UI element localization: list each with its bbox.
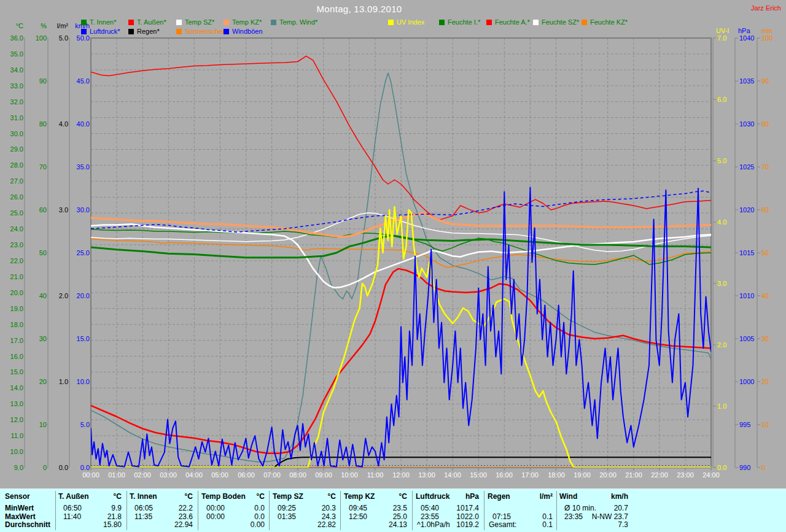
x-tick-label: 06:00 — [233, 471, 260, 479]
legend-item-windb-en[interactable]: Windböen — [224, 28, 263, 35]
avg-value: 22.82 — [299, 521, 336, 529]
kmh-tick-label: 0.0 — [64, 464, 90, 471]
celsius-tick-label: 32.0 — [0, 98, 23, 106]
celsius-tick-label: 29.0 — [0, 145, 23, 153]
min-tick-label: 50 — [761, 249, 769, 256]
uv-tick-label: 6.0 — [717, 96, 726, 103]
legend-label: T. Innen* — [90, 18, 116, 26]
min-time: 06:50 — [63, 504, 82, 512]
legend-label: Feuchte SZ* — [542, 18, 579, 26]
celsius-tick-label: 33.0 — [0, 82, 23, 90]
celsius-tick-label: 11.0 — [0, 432, 23, 439]
percent-tick-label: 90 — [21, 77, 47, 85]
min-time: 06:05 — [134, 504, 153, 512]
legend-item-luftdruck[interactable]: Luftdruck* — [81, 28, 120, 35]
avg-label: Gesamt: — [489, 521, 516, 529]
min-tick-label: 10 — [761, 421, 769, 428]
uv-tick-label: 4.0 — [717, 218, 726, 226]
celsius-tick-label: 31.0 — [0, 114, 23, 121]
celsius-tick-label: 16.0 — [0, 353, 23, 360]
legend-swatch-temp-wind — [271, 20, 276, 25]
avg-value: 7.3 — [591, 521, 628, 529]
kmh-tick-label: 5.0 — [64, 421, 90, 428]
table-col-luftdruck-unit: hPa — [448, 493, 479, 501]
celsius-tick-label: 25.0 — [0, 209, 23, 217]
min-tick-label: 30 — [761, 335, 769, 342]
legend-label: Feuchte I.* — [448, 18, 480, 26]
weather-chart-app: Montag, 13.09.2010 Jarz Erich °C%l/m²km/… — [0, 0, 786, 532]
table-col-t-innen-unit: °C — [162, 493, 193, 501]
table-separator — [198, 491, 198, 530]
hpa-tick-label: 1010 — [739, 292, 754, 299]
min-value: 22.2 — [156, 504, 193, 512]
legend-label: UV Index — [397, 18, 424, 26]
min-axis-header: min — [761, 27, 786, 34]
min-tick-label: 60 — [761, 206, 769, 214]
min-value: 0.0 — [228, 504, 265, 512]
table-col-temp-boden-unit: °C — [234, 493, 265, 501]
percent-tick-label: 50 — [21, 249, 47, 256]
celsius-tick-label: 12.0 — [0, 416, 23, 423]
legend-item-feuchte-a[interactable]: Feuchte A.* — [486, 19, 530, 26]
celsius-tick-label: 18.0 — [0, 321, 23, 328]
min-time: 00:00 — [206, 504, 225, 512]
legend-label: T. Außen* — [137, 18, 166, 26]
legend-label: Feuchte A.* — [495, 18, 530, 26]
percent-tick-label: 10 — [21, 421, 47, 428]
table-col-luftdruck-name: Luftdruck — [416, 493, 449, 501]
celsius-tick-label: 14.0 — [0, 384, 23, 391]
table-col-t-au-en-unit: °C — [91, 493, 122, 501]
legend-label: Windböen — [232, 28, 263, 35]
legend-item-feuchte-sz[interactable]: Feuchte SZ* — [533, 19, 579, 26]
min-tick-label: 20 — [761, 378, 769, 385]
summary-table: SensorMinWertMaxWertDurchschnittT. Außen… — [0, 488, 786, 532]
legend-item-temp-wind[interactable]: Temp. Wind* — [271, 19, 317, 26]
legend-label: Luftdruck* — [90, 28, 120, 35]
legend-swatch-windb-en — [224, 29, 229, 34]
hpa-tick-label: 1040 — [739, 34, 754, 42]
hpa-tick-label: 990 — [739, 464, 750, 471]
x-tick-label: 21:00 — [620, 471, 647, 479]
legend-item-feuchte-i[interactable]: Feuchte I.* — [439, 19, 480, 26]
legend-item-uv-index[interactable]: UV Index — [388, 19, 424, 26]
table-col-temp-sz-name: Temp SZ — [273, 493, 303, 501]
kmh-tick-label: 45.0 — [64, 77, 90, 85]
kmh-tick-label: 50.0 — [64, 34, 90, 42]
uv-tick-label: 3.0 — [717, 280, 726, 287]
celsius-tick-label: 23.0 — [0, 241, 23, 249]
celsius-tick-label: 35.0 — [0, 50, 23, 58]
hpa-tick-label: 1020 — [739, 206, 754, 214]
hpa-tick-label: 1030 — [739, 120, 754, 128]
chart-canvas — [0, 0, 786, 488]
celsius-tick-label: 15.0 — [0, 368, 23, 376]
legend-swatch-feuchte-kz — [582, 20, 587, 25]
legend-item-regen[interactable]: Regen* — [128, 28, 160, 35]
uv-tick-label: 1.0 — [717, 403, 726, 410]
legend-swatch-temp-sz — [176, 20, 182, 25]
legend-item-temp-kz[interactable]: Temp KZ* — [224, 19, 262, 26]
legend-swatch-feuchte-sz — [533, 20, 539, 25]
legend-item-feuchte-kz[interactable]: Feuchte KZ* — [582, 19, 628, 26]
x-tick-label: 15:00 — [465, 471, 492, 479]
kmh-tick-label: 30.0 — [64, 206, 90, 214]
celsius-tick-label: 26.0 — [0, 193, 23, 201]
legend-item-temp-sz[interactable]: Temp SZ* — [176, 19, 214, 26]
table-col-t-au-en-name: T. Außen — [58, 493, 89, 501]
legend-item-t-au-en[interactable]: T. Außen* — [128, 19, 166, 26]
legend-swatch-feuchte-a — [486, 20, 492, 25]
kmh-tick-label: 10.0 — [64, 378, 90, 385]
table-separator — [556, 491, 557, 530]
x-tick-label: 05:00 — [206, 471, 233, 479]
legend-swatch-temp-kz — [224, 20, 229, 25]
min-tick-label: 90 — [761, 77, 769, 85]
x-tick-label: 22:00 — [646, 471, 673, 479]
celsius-tick-label: 13.0 — [0, 400, 23, 407]
min-time: 05:40 — [421, 504, 439, 512]
kmh-tick-label: 20.0 — [64, 292, 90, 299]
legend-label: Feuchte KZ* — [590, 18, 628, 26]
legend-item-t-innen[interactable]: T. Innen* — [81, 19, 116, 26]
celsius-tick-label: 22.0 — [0, 257, 23, 264]
table-separator — [484, 491, 484, 530]
min-tick-label: 80 — [761, 120, 769, 128]
legend-item-sonnenschein[interactable]: Sonnenschein — [176, 28, 228, 35]
